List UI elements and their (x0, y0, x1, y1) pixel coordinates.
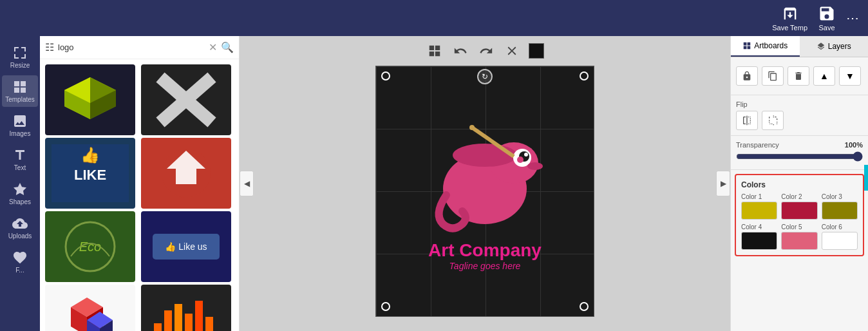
svg-rect-23 (154, 323, 162, 331)
expand-button[interactable]: ▼ (839, 66, 861, 86)
svg-point-34 (524, 153, 528, 156)
artboards-tab-label: Artboards (754, 41, 788, 50)
filter-icon[interactable]: ☷ (45, 41, 54, 53)
template-thumb-1[interactable] (45, 64, 135, 135)
redo-button[interactable] (477, 42, 495, 60)
flip-section: Flip (731, 95, 868, 136)
layers-tab-label: Layers (828, 42, 851, 51)
topbar: Save Temp Save ⋯ (0, 0, 868, 36)
canvas-toolbar (426, 36, 544, 66)
text-label: Text (14, 164, 26, 171)
svg-text:Eco: Eco (79, 240, 101, 254)
save-temp-label: Save Temp (772, 24, 807, 32)
template-thumb-8[interactable] (141, 285, 231, 331)
sidebar-item-images[interactable]: Images (2, 109, 38, 141)
flip-horizontal-button[interactable] (736, 111, 758, 130)
template-thumb-3[interactable]: LIKE 👍 (45, 138, 135, 209)
more-options-button[interactable]: ⋯ (846, 10, 860, 26)
tagline-text: Tagline goes here (449, 261, 521, 271)
rotate-handle[interactable]: ↻ (477, 69, 493, 84)
color-swatch[interactable] (822, 232, 858, 250)
images-label: Images (10, 130, 31, 137)
tab-artboards[interactable]: Artboards (731, 36, 800, 57)
delete-button[interactable] (788, 66, 809, 86)
icon-row: ▲ ▼ (736, 66, 863, 86)
lock-button[interactable] (736, 66, 758, 86)
color-swatch[interactable] (822, 202, 858, 220)
flip-vertical-button[interactable] (762, 111, 784, 130)
handle-top-left[interactable] (381, 71, 390, 80)
templates-label: Templates (5, 96, 35, 103)
color-swatch[interactable] (741, 232, 777, 250)
search-bar: ☷ ✕ 🔍 (40, 36, 239, 59)
object-actions-section: ▲ ▼ (731, 57, 868, 95)
color-item: Color 6 (822, 223, 858, 250)
svg-point-38 (517, 156, 524, 163)
color-label: Color 1 (741, 193, 777, 200)
template-thumb-6[interactable]: 👍 Like us (141, 211, 231, 282)
color-item: Color 4 (741, 223, 777, 250)
right-panel-tabs: Artboards Layers (731, 36, 868, 57)
save-button[interactable]: Save (818, 5, 836, 32)
colors-grid: Color 1 Color 2 Color 3 Color 4 Color 5 … (741, 193, 858, 250)
template-thumb-2[interactable] (141, 64, 231, 135)
right-panel: Artboards Layers ▲ ▼ Flip (730, 36, 868, 331)
sidebar-item-text[interactable]: Text (2, 144, 38, 175)
color-label: Color 2 (781, 193, 817, 200)
search-input[interactable] (58, 43, 205, 52)
svg-rect-26 (185, 314, 193, 331)
handle-bottom-right[interactable] (580, 302, 589, 311)
save-temp-button[interactable]: Save Temp (772, 5, 807, 32)
teal-accent-bar (864, 165, 868, 191)
transparency-section: Transparency 100% (731, 136, 868, 170)
color-swatch[interactable] (781, 232, 817, 250)
templates-grid: LIKE 👍 Eco 👍 Like us (40, 59, 239, 331)
color-item: Color 5 (781, 223, 817, 250)
scroll-left-button[interactable]: ◀ (240, 171, 254, 196)
sidebar-item-favorites[interactable]: F... (2, 246, 38, 278)
sidebar-item-uploads[interactable]: Uploads (2, 212, 38, 243)
svg-rect-25 (175, 304, 182, 331)
template-thumb-4[interactable] (141, 138, 231, 209)
sidebar-item-shapes[interactable]: Shapes (2, 178, 38, 209)
transparency-slider[interactable] (736, 151, 863, 162)
sidebar-item-resize[interactable]: Resize (2, 41, 38, 73)
canvas-area: ↻ (240, 36, 730, 331)
svg-text:👍: 👍 (80, 146, 100, 164)
svg-point-31 (453, 144, 517, 167)
copy-button[interactable] (762, 66, 784, 86)
color-label: Color 4 (741, 223, 777, 231)
art-company-text: Art Company (428, 240, 542, 261)
close-canvas-button[interactable] (503, 42, 521, 60)
svg-point-37 (469, 125, 475, 130)
canvas-arrow-right-area: ▶ (716, 36, 730, 331)
template-thumb-7[interactable] (45, 285, 135, 331)
color-swatch[interactable] (781, 202, 817, 220)
color-label: Color 6 (822, 223, 858, 231)
scroll-right-button[interactable]: ▶ (716, 171, 730, 196)
sidebar-item-templates[interactable]: Templates (2, 75, 38, 107)
undo-button[interactable] (451, 42, 469, 60)
transparency-value: 100% (845, 141, 863, 149)
color-swatch[interactable] (741, 202, 777, 220)
svg-rect-24 (164, 310, 172, 331)
handle-bottom-left[interactable] (381, 302, 390, 311)
svg-rect-28 (205, 317, 213, 331)
svg-text:👍 Like us: 👍 Like us (165, 241, 207, 252)
canvas-color-swatch[interactable] (529, 43, 544, 59)
color-label: Color 5 (781, 223, 817, 231)
color-item: Color 2 (781, 193, 817, 220)
favorites-label: F... (15, 267, 24, 274)
handle-top-right[interactable] (580, 71, 589, 80)
template-thumb-5[interactable]: Eco (45, 211, 135, 282)
color-item: Color 1 (741, 193, 777, 220)
collapse-button[interactable]: ▲ (813, 66, 835, 86)
canvas-content: Art Company Tagline goes here (420, 111, 549, 271)
search-icon[interactable]: 🔍 (221, 41, 234, 53)
uploads-label: Uploads (8, 232, 32, 240)
search-clear-icon[interactable]: ✕ (209, 41, 217, 53)
tab-layers[interactable]: Layers (800, 36, 869, 57)
canvas-arrow-left-area: ◀ (240, 36, 254, 331)
grid-view-button[interactable] (426, 42, 444, 60)
svg-rect-27 (195, 301, 203, 331)
